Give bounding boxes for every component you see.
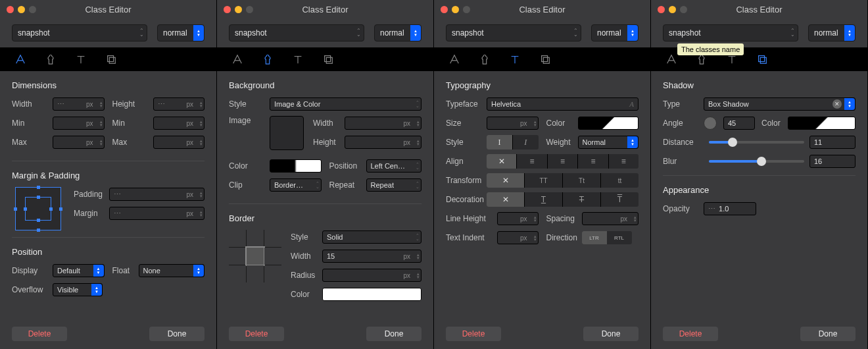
font-weight-select[interactable]: Normal [578,136,639,149]
delete-button[interactable]: Delete [663,327,718,341]
padding-input[interactable]: ⋯px▴▾ [109,188,205,201]
done-button[interactable]: Done [583,327,639,341]
tab-typography[interactable] [75,53,87,65]
align-justify[interactable]: ≡ [609,154,639,169]
delete-button[interactable]: Delete [229,327,284,341]
minimize-icon[interactable] [235,6,242,13]
tab-shadow[interactable] [105,53,117,65]
align-right[interactable]: ≡ [578,154,608,169]
width-input[interactable]: ⋯px▴▾ [53,97,105,111]
deco-overline[interactable]: T [601,192,639,207]
shadow-color-swatch[interactable] [788,117,856,130]
zoom-icon[interactable] [680,6,687,13]
align-center[interactable]: ≡ [548,154,578,169]
zoom-icon[interactable] [246,6,253,13]
margin-input[interactable]: ⋯px▴▾ [109,207,205,220]
transform-lower[interactable]: tt [601,173,639,188]
style-normal[interactable]: I [487,135,513,149]
transform-none[interactable]: ✕ [487,173,525,188]
tab-background[interactable] [45,53,57,65]
distance-input[interactable]: 11 [809,136,856,149]
bg-style-select[interactable]: Image & Color⌃⌄ [270,97,422,111]
display-select[interactable]: Default [53,264,105,277]
angle-input[interactable]: 45 [723,117,755,130]
font-color-swatch[interactable] [578,117,639,130]
close-icon[interactable] [7,6,14,13]
classname-input[interactable]: snapshot⌃⌄ [229,24,364,41]
bg-clip-select[interactable]: Border…⌃⌄ [270,178,322,192]
classname-input[interactable]: snapshot⌃⌄ [12,24,147,41]
zoom-icon[interactable] [463,6,470,13]
tab-typography[interactable] [292,53,304,65]
bg-repeat-select[interactable]: Repeat⌃⌄ [366,178,422,192]
border-side-picker[interactable] [229,230,281,282]
tab-shadow[interactable] [539,53,551,65]
angle-knob[interactable] [704,117,717,130]
deco-strike[interactable]: T [563,192,601,207]
lineheight-input[interactable]: px▴▾ [497,212,539,225]
minimize-icon[interactable] [669,6,676,13]
tab-shadow[interactable] [322,53,334,65]
minimize-icon[interactable] [18,6,25,13]
style-italic[interactable]: I [513,135,539,149]
tab-dimensions[interactable] [448,53,460,65]
align-left[interactable]: ≡ [517,154,547,169]
transform-cap[interactable]: Tt [563,173,601,188]
tab-typography[interactable] [509,53,521,65]
delete-button[interactable]: Delete [12,327,67,341]
close-icon[interactable] [441,6,448,13]
height-input[interactable]: ⋯px▴▾ [153,97,205,111]
mode-select[interactable]: normal [374,24,422,41]
tab-dimensions[interactable] [665,53,677,65]
align-seg[interactable]: ✕ ≡ ≡ ≡ ≡ [487,154,639,169]
tab-dimensions[interactable] [231,53,243,65]
min-height-input[interactable]: px▴▾ [153,117,205,130]
shadow-type-select[interactable]: Box Shadow✕ [704,97,856,111]
overflow-select[interactable]: Visible [53,283,103,296]
decoration-seg[interactable]: ✕ T T T [487,192,639,207]
max-width-input[interactable]: px▴▾ [53,136,105,149]
classname-input[interactable]: snapshot⌃⌄ [446,24,581,41]
font-style-seg[interactable]: II [487,135,539,149]
tab-shadow[interactable] [756,53,768,65]
image-well[interactable] [270,116,304,150]
blur-input[interactable]: 16 [809,155,856,168]
tab-background[interactable] [262,53,274,65]
minimize-icon[interactable] [452,6,459,13]
close-icon[interactable] [224,6,231,13]
border-color-swatch[interactable] [322,288,422,301]
align-none[interactable]: ✕ [487,154,517,169]
zoom-icon[interactable] [29,6,36,13]
done-button[interactable]: Done [149,327,205,341]
float-select[interactable]: None [139,264,205,277]
bg-color-swatch[interactable] [270,159,322,173]
typeface-input[interactable]: HelveticaA [487,97,639,111]
direction-seg[interactable]: LTRRTL [582,231,632,244]
clear-icon[interactable]: ✕ [832,99,842,109]
dir-rtl[interactable]: RTL [607,231,632,244]
transform-upper[interactable]: TT [525,173,563,188]
bg-position-select[interactable]: Left Cen…⌃⌄ [366,159,422,173]
border-style-select[interactable]: Solid⌃⌄ [322,230,422,244]
tab-background[interactable] [479,53,491,65]
indent-input[interactable]: px▴▾ [497,231,539,244]
tab-dimensions[interactable] [14,53,26,65]
done-button[interactable]: Done [366,327,422,341]
close-icon[interactable] [658,6,665,13]
deco-none[interactable]: ✕ [487,192,525,207]
blur-slider[interactable] [709,160,804,163]
done-button[interactable]: Done [800,327,856,341]
distance-slider[interactable] [709,141,804,144]
mode-select[interactable]: normal [591,24,639,41]
bg-width-input[interactable]: px▴▾ [345,117,422,130]
mode-select[interactable]: normal [157,24,205,41]
dir-ltr[interactable]: LTR [582,231,607,244]
classname-input[interactable]: snapshot⌃⌄ [663,24,798,41]
max-height-input[interactable]: px▴▾ [153,136,205,149]
mode-select[interactable]: normal [808,24,856,41]
min-width-input[interactable]: px▴▾ [53,117,105,130]
margin-box-widget[interactable] [15,187,61,230]
border-width-input[interactable]: 15px▴▾ [322,250,422,263]
transform-seg[interactable]: ✕ TT Tt tt [487,173,639,188]
spacing-input[interactable]: px▴▾ [582,212,639,225]
